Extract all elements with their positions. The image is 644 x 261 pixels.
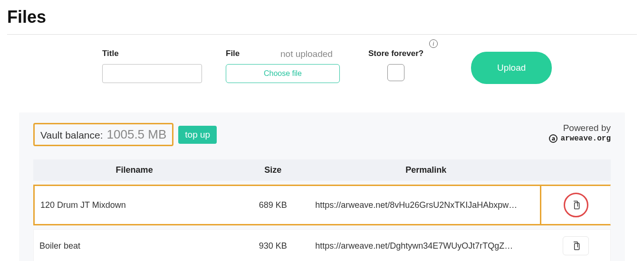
choose-file-button[interactable]: Choose file <box>226 64 340 83</box>
divider <box>7 34 637 35</box>
copy-icon <box>571 241 581 251</box>
copy-icon <box>571 200 581 210</box>
cell-permalink: https://arweave.net/Dghtywn34E7WUyOJt7rT… <box>310 229 541 261</box>
title-input[interactable] <box>102 64 202 83</box>
powered-by-label: Powered by <box>549 123 611 133</box>
cell-filename: Boiler beat <box>33 229 235 261</box>
cell-size: 689 KB <box>235 185 310 225</box>
title-field-group: Title <box>102 49 202 83</box>
cell-filename: 120 Drum JT Mixdown <box>33 185 235 225</box>
col-header-actions <box>541 159 611 181</box>
files-table: Filename Size Permalink 120 Drum JT Mixd… <box>33 156 611 261</box>
arweave-link[interactable]: a arweave.org <box>549 134 611 143</box>
vault-balance-label: Vault balance: <box>40 130 103 141</box>
title-label: Title <box>102 49 202 58</box>
arweave-logo-icon: a <box>549 134 557 143</box>
col-header-permalink: Permalink <box>310 159 541 181</box>
cell-size: 930 KB <box>235 229 310 261</box>
balance-row: Vault balance: 1005.5 MB top up Powered … <box>33 123 611 146</box>
vault-balance-box: Vault balance: 1005.5 MB <box>33 123 173 146</box>
files-panel: Vault balance: 1005.5 MB top up Powered … <box>19 112 625 261</box>
store-forever-checkbox[interactable] <box>387 64 404 81</box>
powered-by: Powered by a arweave.org <box>549 123 611 143</box>
vault-balance-value: 1005.5 MB <box>107 127 167 142</box>
upload-button[interactable]: Upload <box>471 52 552 84</box>
col-header-size: Size <box>235 159 310 181</box>
copy-permalink-button[interactable] <box>563 236 589 255</box>
cell-actions <box>541 229 611 261</box>
copy-permalink-button[interactable] <box>564 193 588 217</box>
store-forever-group: i Store forever? <box>368 49 423 81</box>
info-icon[interactable]: i <box>429 39 438 48</box>
top-up-button[interactable]: top up <box>178 126 217 144</box>
table-row: 120 Drum JT Mixdown689 KBhttps://arweave… <box>33 185 611 225</box>
cell-permalink: https://arweave.net/8vHu26GrsU2NxTKIJaHA… <box>310 185 541 225</box>
file-upload-status: not uploaded <box>280 49 333 59</box>
col-header-filename: Filename <box>33 159 235 181</box>
file-field-group: File not uploaded Choose file <box>226 49 340 83</box>
cell-actions <box>541 185 611 225</box>
store-forever-label: Store forever? <box>368 49 423 58</box>
page-title: Files <box>7 7 637 27</box>
upload-form: Title File not uploaded Choose file i St… <box>7 49 637 84</box>
table-row: Boiler beat930 KBhttps://arweave.net/Dgh… <box>33 229 611 261</box>
arweave-name: arweave.org <box>560 134 611 143</box>
